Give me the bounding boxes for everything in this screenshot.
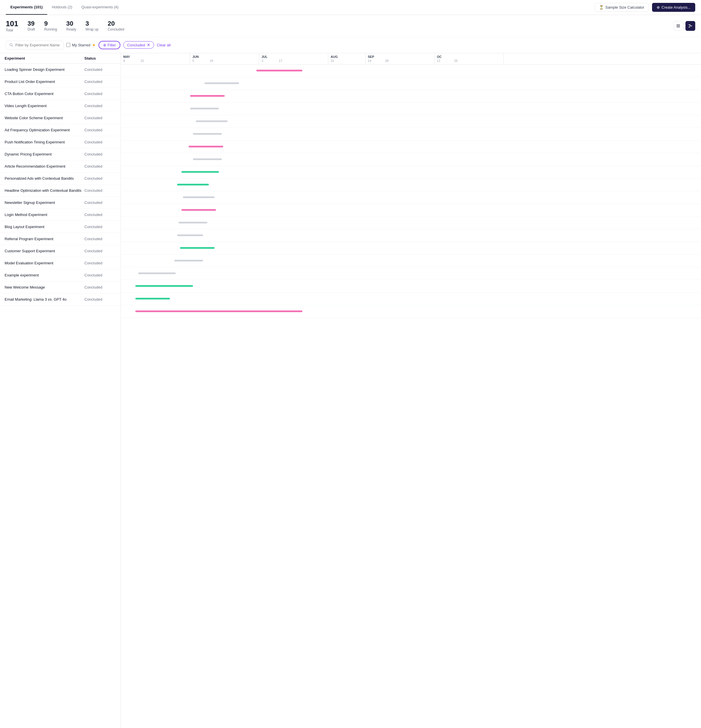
- experiment-name: Push Notification Timing Experiment: [4, 140, 84, 144]
- table-row[interactable]: Example experiment Concluded: [0, 269, 121, 281]
- gantt-bar: [135, 285, 193, 287]
- svg-rect-0: [676, 25, 680, 25]
- experiment-name: Customer Support Experiment: [4, 249, 84, 253]
- gantt-row: [121, 77, 701, 90]
- stat-wrapup: 3 Wrap up: [85, 20, 98, 32]
- list-view-button[interactable]: [674, 21, 683, 31]
- stat-running: 9 Running: [44, 20, 57, 32]
- tab-holdouts[interactable]: Holdouts (2): [47, 0, 77, 15]
- my-starred-checkbox-label[interactable]: My Starred ★: [66, 43, 95, 47]
- gantt-row: [121, 254, 701, 267]
- my-starred-checkbox[interactable]: [66, 43, 70, 47]
- experiment-name: Loading Spinner Design Experiment: [4, 67, 84, 72]
- table-row[interactable]: Dynamic Pricing Experiment Concluded: [0, 148, 121, 160]
- stats-right: [674, 21, 695, 31]
- experiment-status: Concluded: [84, 79, 116, 84]
- search-input[interactable]: [15, 43, 59, 47]
- stat-draft: 39 Draft: [27, 20, 35, 32]
- table-rows: Loading Spinner Design Experiment Conclu…: [0, 64, 121, 306]
- gantt-bar: [135, 298, 170, 299]
- experiment-name: Headline Optimization with Contextual Ba…: [4, 188, 84, 193]
- experiment-name: Newsletter Signup Experiment: [4, 201, 84, 205]
- gantt-row: [121, 179, 701, 191]
- table-row[interactable]: Email Marketing: Llama 3 vs. GPT 4o Conc…: [0, 293, 121, 306]
- gantt-bar: [190, 108, 219, 110]
- star-icon: ★: [92, 43, 95, 47]
- experiment-name: Dynamic Pricing Experiment: [4, 152, 84, 156]
- gantt-row: [121, 204, 701, 217]
- table-row[interactable]: New Welcome Message Concluded: [0, 281, 121, 293]
- gantt-bars: [121, 65, 701, 318]
- table-row[interactable]: Blog Layout Experiment Concluded: [0, 221, 121, 233]
- experiment-status: Concluded: [84, 212, 116, 217]
- filter-button[interactable]: ⊕ Filter: [98, 41, 121, 49]
- experiment-status: Concluded: [84, 297, 116, 302]
- gantt-row: [121, 229, 701, 242]
- gantt-bar: [174, 260, 203, 261]
- experiment-status: Concluded: [84, 104, 116, 108]
- clear-all-button[interactable]: Clear all: [157, 43, 171, 47]
- experiment-status: Concluded: [84, 67, 116, 72]
- experiment-status: Concluded: [84, 92, 116, 96]
- experiment-status: Concluded: [84, 152, 116, 156]
- table-row[interactable]: Model Evaluation Experiment Concluded: [0, 257, 121, 269]
- experiment-status: Concluded: [84, 225, 116, 229]
- remove-concluded-filter-button[interactable]: ✕: [147, 43, 150, 47]
- table-row[interactable]: Product List Order Experiment Concluded: [0, 76, 121, 88]
- gantt-bar: [179, 222, 207, 224]
- column-status-header: Status: [84, 56, 116, 61]
- stat-total: 101 Total: [6, 20, 18, 32]
- experiment-name: Personalized Ads with Contextual Bandits: [4, 176, 84, 181]
- svg-rect-3: [689, 25, 691, 25]
- experiment-name: Referral Program Experiment: [4, 237, 84, 241]
- table-row[interactable]: Ad Frequency Optimization Experiment Con…: [0, 124, 121, 136]
- tab-quasi-experiments[interactable]: Quasi-experiments (4): [77, 0, 123, 15]
- top-navigation: Experiments (101) Holdouts (2) Quasi-exp…: [0, 0, 701, 15]
- table-row[interactable]: Website Color Scheme Experiment Conclude…: [0, 112, 121, 124]
- table-row[interactable]: Headline Optimization with Contextual Ba…: [0, 185, 121, 197]
- svg-line-7: [12, 45, 13, 46]
- gantt-bar: [193, 133, 222, 135]
- gantt-bar: [181, 171, 219, 173]
- tab-experiments[interactable]: Experiments (101): [6, 0, 47, 15]
- gantt-bar: [181, 209, 216, 211]
- table-row[interactable]: Push Notification Timing Experiment Conc…: [0, 136, 121, 148]
- table-row[interactable]: Loading Spinner Design Experiment Conclu…: [0, 64, 121, 76]
- gantt-bar: [196, 120, 227, 122]
- gantt-view-button[interactable]: [685, 21, 695, 31]
- table-row[interactable]: Referral Program Experiment Concluded: [0, 233, 121, 245]
- plus-icon: ⊕: [103, 43, 106, 47]
- gantt-row: [121, 115, 701, 128]
- gantt-bar: [193, 158, 222, 160]
- gantt-header: MAY 822 JUN 519 JUL 317 AUG 31 SEP 1428 …: [121, 53, 701, 65]
- table-row[interactable]: Customer Support Experiment Concluded: [0, 245, 121, 257]
- experiment-status: Concluded: [84, 273, 116, 277]
- stats-bar: 101 Total 39 Draft 9 Running 30 Ready 3 …: [0, 15, 701, 37]
- table-row[interactable]: Video Length Experiment Concluded: [0, 100, 121, 112]
- create-analysis-button[interactable]: ⊕ Create Analysis...: [652, 3, 695, 12]
- concluded-tag-label: Concluded: [127, 43, 145, 47]
- search-box[interactable]: [6, 40, 64, 49]
- search-icon: [10, 43, 13, 47]
- table-row[interactable]: Newsletter Signup Experiment Concluded: [0, 197, 121, 209]
- experiment-name: New Welcome Message: [4, 285, 84, 289]
- table-row[interactable]: Article Recommendation Experiment Conclu…: [0, 160, 121, 172]
- sample-size-calculator-button[interactable]: ⏳ Sample Size Calculator: [595, 3, 649, 12]
- table-row[interactable]: CTA Button Color Experiment Concluded: [0, 88, 121, 100]
- concluded-filter-tag: Concluded ✕: [123, 41, 154, 49]
- column-experiment-header: Experiment: [4, 56, 84, 61]
- table-row[interactable]: Login Method Experiment Concluded: [0, 209, 121, 221]
- gantt-bar: [189, 146, 223, 147]
- experiment-name: Email Marketing: Llama 3 vs. GPT 4o: [4, 297, 84, 302]
- gantt-bar: [183, 196, 215, 198]
- main-content: Experiment Status Loading Spinner Design…: [0, 53, 701, 728]
- experiment-name: Product List Order Experiment: [4, 79, 84, 84]
- gantt-chart: MAY 822 JUN 519 JUL 317 AUG 31 SEP 1428 …: [121, 53, 701, 728]
- experiment-status: Concluded: [84, 237, 116, 241]
- experiment-status: Concluded: [84, 188, 116, 193]
- experiment-name: Ad Frequency Optimization Experiment: [4, 128, 84, 132]
- gantt-row: [121, 153, 701, 166]
- gantt-row: [121, 140, 701, 153]
- table-row[interactable]: Personalized Ads with Contextual Bandits…: [0, 172, 121, 185]
- experiment-table: Experiment Status Loading Spinner Design…: [0, 53, 121, 728]
